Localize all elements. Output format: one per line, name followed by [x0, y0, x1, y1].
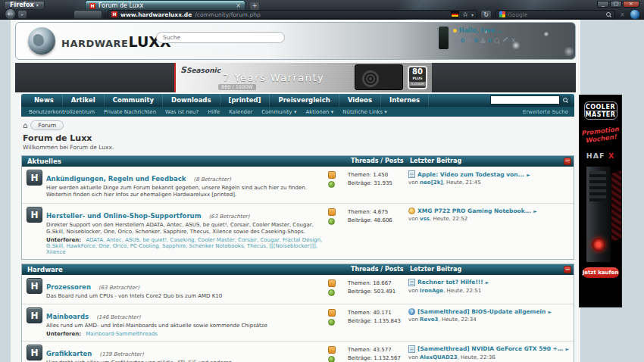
- nav-menu-item[interactable]: Preisvergleich: [270, 94, 339, 107]
- logout-x-icon[interactable]: ×: [511, 37, 516, 44]
- user-greeting[interactable]: Hallo, tree...: [453, 27, 516, 34]
- post-count: Beiträge: 1.135.843: [348, 317, 408, 326]
- subforum-links[interactable]: ADATA, Antec, ASUS, be quiet!, Caseking,…: [46, 237, 322, 255]
- subnav-menu-item[interactable]: Hilfe: [203, 109, 224, 115]
- visitors-icon[interactable]: [453, 38, 458, 43]
- chevron-down-icon[interactable]: ▾: [471, 12, 474, 17]
- breadcrumb: ⌂ Forum: [23, 120, 574, 130]
- browser-tab[interactable]: H Forum de Luxx ×: [85, 0, 245, 11]
- forum-link[interactable]: Hersteller- und Online-Shop-Supportforum: [46, 212, 202, 220]
- subnav-menu-item[interactable]: Private Nachrichten: [99, 109, 161, 115]
- site-header: HARDWARELUXX Hallo, tree... 0 ✉0 0 ×: [15, 22, 576, 60]
- last-post-link[interactable]: Apple: Video zum Todestag von...: [417, 171, 524, 178]
- mail-icon[interactable]: ✉: [467, 38, 472, 43]
- tab-close-icon[interactable]: ×: [236, 2, 241, 9]
- close-button[interactable]: ×: [623, 1, 639, 8]
- browser-search-input[interactable]: [508, 11, 604, 18]
- nav-menu-item[interactable]: Artikel: [63, 94, 105, 107]
- last-post: [Sammelthread] NVIDIA GeForce GTX 590 + …: [408, 345, 569, 362]
- forum-link[interactable]: Prozessoren: [46, 283, 91, 291]
- jetzt-kaufen-button[interactable]: Jetzt kaufen: [583, 267, 619, 278]
- browser-search-bar[interactable]: [496, 10, 615, 19]
- collapse-category-button[interactable]: −: [564, 158, 571, 165]
- back-button[interactable]: ←: [5, 8, 16, 20]
- last-post-user-link[interactable]: Revo3: [420, 317, 438, 323]
- avatar[interactable]: [439, 27, 449, 49]
- site-search-input[interactable]: [156, 32, 285, 43]
- nav-menu-item[interactable]: Community: [105, 94, 163, 107]
- home-icon[interactable]: ⌂: [23, 122, 27, 130]
- advanced-search-link[interactable]: Erweiterte Suche: [523, 109, 568, 115]
- forum-description: Direkter Support von den Herstellern ADA…: [46, 222, 324, 236]
- subforum-links[interactable]: Mainboard-Sammelthreads: [86, 331, 158, 337]
- bookmark-star-icon[interactable]: ☆: [462, 11, 468, 18]
- nav-menu-item[interactable]: Internes: [381, 94, 429, 107]
- reload-button[interactable]: ↻: [480, 10, 492, 19]
- hardwareluxx-favicon-icon: H: [89, 3, 95, 9]
- subnav-menu-item[interactable]: Was ist neu?: [161, 109, 203, 115]
- forum-search-input[interactable]: [490, 95, 560, 105]
- forum-link[interactable]: Ankündigungen, Regeln und Feedback: [46, 175, 186, 183]
- post-count: Beiträge: 48.606: [348, 217, 408, 225]
- forum-search-button[interactable]: [560, 95, 571, 105]
- goto-last-post-icon[interactable]: ►: [486, 279, 489, 285]
- nav-menu-item[interactable]: News: [26, 94, 63, 107]
- new-tab-button[interactable]: +: [250, 2, 259, 10]
- last-post: Apple: Video zum Todestag von... ► von n…: [408, 170, 569, 199]
- goto-last-post-icon[interactable]: ►: [548, 309, 552, 314]
- seasonic-banner-ad[interactable]: SSeasonic 7 Years Warranty 860 / 1000W 8…: [174, 63, 432, 92]
- goto-last-post-icon[interactable]: ►: [527, 172, 530, 177]
- url-bar[interactable]: H www.hardwareluxx.de /community/forum.p…: [108, 10, 477, 19]
- last-post-user-link[interactable]: vss: [420, 216, 430, 222]
- search-icon[interactable]: [494, 38, 500, 44]
- collapse-category-button[interactable]: −: [564, 266, 571, 273]
- minimize-button[interactable]: _: [597, 1, 609, 8]
- last-post-link[interactable]: XMG P722 PRO Gaming Notebook...: [417, 208, 531, 214]
- forum-link[interactable]: Grafikkarten: [46, 350, 92, 357]
- app-orb-icon[interactable]: [630, 9, 640, 20]
- settings-wrench-icon[interactable]: [503, 36, 508, 42]
- goto-last-post-icon[interactable]: ►: [565, 346, 569, 351]
- forum-h-icon: H: [27, 307, 42, 323]
- last-post-icon: ?: [408, 308, 415, 315]
- last-post-user-link[interactable]: neo[2k]: [420, 179, 442, 186]
- column-header-threads: Threads / Posts: [351, 158, 404, 164]
- thread-status-icon: [328, 208, 336, 216]
- coolermaster-logo: COOLER MASTER: [584, 101, 617, 120]
- last-post-link[interactable]: Rechner tot? Hilfe!!!: [417, 279, 483, 286]
- nav-menu-item[interactable]: [printed]: [220, 94, 270, 107]
- category-title: Hardware: [27, 266, 63, 273]
- nav-menu-item[interactable]: Downloads: [163, 94, 220, 107]
- hardwareluxx-wordmark[interactable]: HARDWARELUXX: [61, 33, 171, 50]
- subnav-menu-item[interactable]: Community ▾: [257, 109, 301, 115]
- friends-icon[interactable]: [480, 38, 486, 43]
- breadcrumb-forum[interactable]: Forum: [30, 120, 64, 130]
- subnav-menu-item[interactable]: Kalender: [224, 109, 257, 115]
- subnav-menu-item[interactable]: Nützliche Links ▾: [338, 109, 392, 115]
- nav-menu-item[interactable]: Videos: [339, 94, 381, 107]
- hardwareluxx-globe-logo-icon[interactable]: [28, 27, 55, 55]
- last-post-user-link[interactable]: AlexQUAD23: [420, 354, 457, 360]
- german-flag-icon[interactable]: [451, 11, 459, 17]
- stop-icon[interactable]: ×: [620, 11, 625, 18]
- last-post: XMG P722 PRO Gaming Notebook... ► von vs…: [408, 207, 569, 255]
- last-post-link[interactable]: [Sammelthread] BIOS-Update allgemein: [417, 308, 546, 315]
- thread-status-icon: [328, 171, 336, 179]
- window-controls: _ □ ×: [597, 1, 639, 8]
- coolermaster-ad[interactable]: COOLER MASTER Promotion Wochen! HAF X Je…: [579, 95, 622, 307]
- subnav-menu-item[interactable]: Benutzerkontrollzentrum: [24, 109, 99, 115]
- last-post-link[interactable]: [Sammelthread] NVIDIA GeForce GTX 590 + …: [417, 345, 563, 352]
- forum-category: Aktuelles Threads / Posts Letzter Beitra…: [21, 155, 574, 260]
- subnav-menu-item[interactable]: Aktionen ▾: [301, 109, 338, 115]
- forum-link[interactable]: Mainboards: [46, 313, 89, 320]
- category-header: Hardware Threads / Posts Letzter Beitrag…: [22, 264, 574, 275]
- forum-status-icon: [328, 319, 335, 326]
- forum-categories: Aktuelles Threads / Posts Letzter Beitra…: [21, 155, 574, 362]
- last-post-user-link[interactable]: IronAge: [420, 288, 443, 294]
- maximize-button[interactable]: □: [610, 1, 622, 8]
- toolbar-extra-button[interactable]: [73, 10, 102, 19]
- forward-button[interactable]: ▸: [18, 11, 27, 18]
- goto-last-post-icon[interactable]: ►: [533, 208, 537, 214]
- search-icon[interactable]: [606, 12, 611, 17]
- top-ad-band: SSeasonic 7 Years Warranty 860 / 1000W 8…: [15, 63, 576, 92]
